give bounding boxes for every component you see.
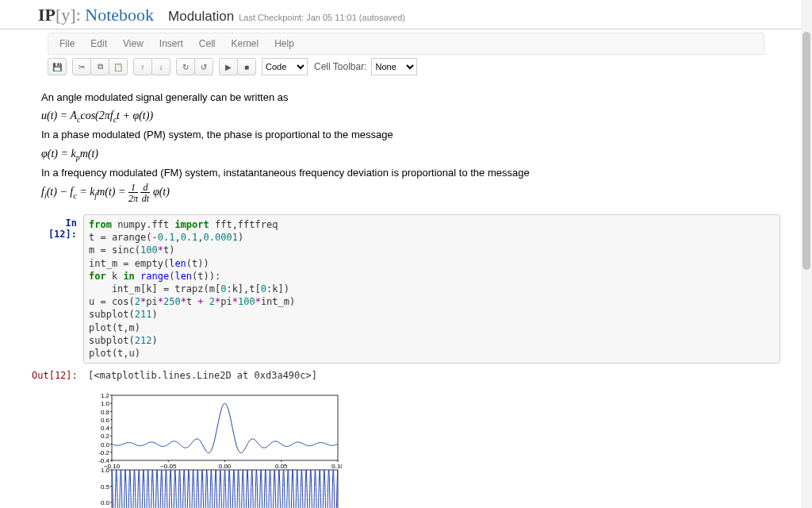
run-button[interactable]: ▶	[219, 58, 238, 75]
menu-edit[interactable]: Edit	[82, 35, 115, 52]
svg-rect-29	[112, 470, 338, 508]
svg-text:0.0: 0.0	[101, 441, 110, 448]
formula-3: fi(t) − fc = kfm(t) = 12π ddt φ(t)	[41, 183, 771, 203]
step-icon: ↺	[201, 63, 207, 71]
logo: IP[y]: Notebook	[0, 5, 154, 25]
scrollbar-thumb[interactable]	[802, 32, 810, 270]
toolbar: 💾 ✂ ⧉ 📋 ↑ ↓ ↻ ↺ ▶ ■ Code Cell Toolbar: N…	[48, 58, 764, 75]
svg-text:1.0: 1.0	[101, 400, 110, 407]
cell-toolbar-label: Cell Toolbar:	[314, 61, 366, 72]
run-forward-button[interactable]: ↺	[194, 58, 213, 75]
step-icon: ↻	[182, 63, 189, 71]
paste-button[interactable]: 📋	[109, 58, 128, 75]
move-up-button[interactable]: ↑	[133, 58, 152, 75]
svg-text:0.05: 0.05	[275, 463, 288, 470]
text-line: An angle modulated signal generally can …	[41, 90, 771, 106]
notebook-area: An angle modulated signal generally can …	[32, 87, 780, 508]
in-prompt: In [12]:	[32, 214, 83, 364]
arrow-up-icon: ↑	[141, 63, 145, 71]
plot-output: -0.4-0.20.00.20.40.60.81.01.2−0.10−0.050…	[83, 387, 780, 508]
code-input[interactable]: from numpy.fft import fft,fftfreq t = ar…	[83, 214, 780, 364]
svg-text:1.0: 1.0	[101, 467, 110, 474]
save-button[interactable]: 💾	[48, 58, 67, 75]
stop-icon: ■	[244, 63, 249, 71]
svg-text:0.00: 0.00	[219, 463, 232, 470]
scrollbar[interactable]	[801, 0, 812, 508]
logo-ip: IP	[38, 5, 56, 25]
plot-cell: -0.4-0.20.00.20.40.60.81.01.2−0.10−0.050…	[32, 386, 780, 508]
svg-text:0.4: 0.4	[101, 425, 110, 432]
menu-cell[interactable]: Cell	[191, 35, 224, 52]
floppy-icon: 💾	[52, 63, 62, 71]
out-prompt: Out[12]:	[32, 367, 83, 384]
formula-1: u(t) = Accos(2πfct + φ(t))	[41, 107, 771, 125]
menubar: File Edit View Insert Cell Kernel Help	[48, 33, 764, 55]
scissors-icon: ✂	[79, 63, 85, 71]
code-cell: In [12]: from numpy.fft import fft,fftfr…	[32, 213, 780, 365]
checkpoint-label: Last Checkpoint: Jan 05 11:01 (autosaved…	[239, 13, 405, 22]
menu-insert[interactable]: Insert	[151, 35, 191, 52]
copy-icon: ⧉	[98, 62, 103, 71]
svg-text:0.5: 0.5	[101, 483, 110, 491]
text-line: In a frequency modulated (FM) system, in…	[41, 165, 771, 181]
header: IP[y]: Notebook Modulation Last Checkpoi…	[0, 0, 812, 29]
matplotlib-figure: -0.4-0.20.00.20.40.60.81.01.2−0.10−0.050…	[88, 391, 342, 508]
move-down-button[interactable]: ↓	[151, 58, 170, 75]
output-text: [<matplotlib.lines.Line2D at 0xd3a490c>]	[83, 367, 780, 384]
menu-view[interactable]: View	[115, 35, 151, 52]
menu-file[interactable]: File	[52, 35, 82, 52]
copy-button[interactable]: ⧉	[90, 58, 109, 75]
svg-text:0.0: 0.0	[101, 499, 110, 506]
svg-text:-0.2: -0.2	[98, 449, 109, 456]
svg-text:1.2: 1.2	[101, 392, 110, 399]
text-line: In a phase modulated (PM) system, the ph…	[41, 127, 771, 143]
cell-toolbar-select[interactable]: None	[371, 58, 417, 75]
cell-type-select[interactable]: Code	[262, 58, 308, 75]
svg-text:0.2: 0.2	[101, 433, 110, 440]
run-step-button[interactable]: ↻	[176, 58, 195, 75]
menu-kernel[interactable]: Kernel	[224, 35, 267, 52]
formula-2: φ(t) = kpm(t)	[41, 145, 771, 164]
notebook-title[interactable]: Modulation	[168, 9, 234, 25]
svg-text:0.10: 0.10	[331, 463, 342, 470]
logo-y: [y]:	[56, 5, 81, 25]
svg-text:0.6: 0.6	[101, 417, 110, 424]
arrow-down-icon: ↓	[159, 63, 163, 71]
cut-button[interactable]: ✂	[72, 58, 91, 75]
stop-button[interactable]: ■	[237, 58, 256, 75]
svg-text:−0.05: −0.05	[160, 463, 177, 470]
output-cell: Out[12]: [<matplotlib.lines.Line2D at 0x…	[32, 365, 780, 386]
menu-help[interactable]: Help	[266, 35, 302, 52]
clipboard-icon: 📋	[113, 63, 123, 71]
svg-rect-0	[112, 395, 338, 460]
markdown-cell[interactable]: An angle modulated signal generally can …	[32, 87, 780, 213]
svg-text:0.8: 0.8	[101, 409, 110, 416]
play-icon: ▶	[225, 63, 232, 71]
logo-notebook: Notebook	[81, 5, 154, 25]
